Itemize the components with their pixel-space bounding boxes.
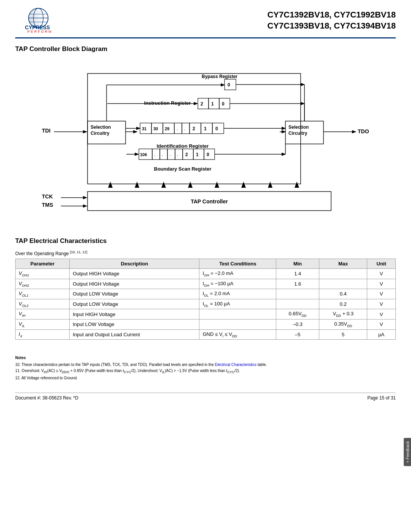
cond-vol2: IOL = 100 μA [199, 299, 276, 309]
svg-rect-47 [201, 123, 212, 134]
cond-vil [199, 319, 276, 329]
desc-vih: Input HIGH Voltage [70, 309, 199, 320]
max-vol1: 0.4 [319, 289, 367, 299]
unit-voh2: V [367, 279, 396, 289]
note-10: 10. These characteristics pertain to the… [15, 362, 396, 368]
diagram-section-title: TAP Controller Block Diagram [15, 45, 396, 53]
elec-char-link[interactable]: Electrical Characteristics [215, 363, 256, 367]
table-section: TAP Electrical Characteristics Over the … [15, 237, 396, 340]
table-subtitle: Over the Operating Range [10, 11, 12] [15, 250, 396, 256]
param-voh2: VOH2 [16, 279, 70, 289]
cond-ix: GND ≤ VI ≤ VDD [199, 329, 276, 340]
svg-text:0: 0 [215, 126, 218, 131]
feedback-button[interactable]: + Feedback [404, 438, 411, 466]
title-line2: CY7C1393BV18, CY7C1394BV18 [267, 21, 396, 30]
svg-text:Boundary Scan Register: Boundary Scan Register [154, 166, 212, 172]
page-info: Page 15 of 31 [367, 395, 396, 401]
min-voh2: 1.6 [276, 279, 319, 289]
tdi-label: TDI [42, 128, 51, 134]
svg-text:106: 106 [140, 152, 147, 157]
notes-title: Notes [15, 355, 396, 361]
cypress-logo-icon: CYPRESS [23, 8, 57, 30]
table-row: VOH1 Output HIGH Voltage IOH = −2.0 mA 1… [16, 269, 396, 279]
max-voh1 [319, 269, 367, 279]
svg-text:1: 1 [211, 101, 214, 107]
svg-rect-28 [209, 98, 219, 109]
table-section-title: TAP Electrical Characteristics [15, 237, 396, 245]
svg-text:Bypass Register: Bypass Register [202, 74, 237, 79]
max-vol2: 0.2 [319, 299, 367, 309]
svg-text:0: 0 [222, 101, 225, 107]
max-vih: VDD + 0.3 [319, 309, 367, 320]
svg-rect-68 [204, 149, 215, 160]
svg-text:1: 1 [196, 152, 199, 157]
svg-rect-45 [190, 123, 201, 134]
note-12: 12. All Voltage referenced to Ground. [15, 375, 396, 381]
svg-text:.: . [154, 152, 155, 157]
desc-ix: Input and Output Load Current [70, 329, 199, 340]
svg-text:.: . [184, 126, 185, 131]
svg-text:Circuitry: Circuitry [91, 131, 110, 136]
svg-text:Instruction Register: Instruction Register [144, 100, 191, 106]
svg-text:Circuitry: Circuitry [288, 131, 307, 136]
min-ix: –5 [276, 329, 319, 340]
logo-area: CYPRESS PERFORM [15, 8, 65, 34]
svg-text:1: 1 [204, 126, 207, 131]
svg-text:TMS: TMS [42, 202, 53, 208]
electrical-characteristics-table: Parameter Description Test Conditions Mi… [15, 259, 396, 340]
table-row: VIL Input LOW Voltage –0.3 0.35VDD V [16, 319, 396, 329]
svg-rect-43 [182, 123, 190, 134]
svg-text:2: 2 [201, 101, 203, 107]
svg-text:Selection: Selection [91, 125, 111, 130]
param-vol2: VOL2 [16, 299, 70, 309]
svg-text:TAP Controller: TAP Controller [191, 198, 228, 204]
title-line1: CY7C1392BV18, CY7C1992BV18 [267, 10, 396, 19]
svg-rect-60 [167, 149, 175, 160]
svg-text:30: 30 [153, 126, 158, 131]
param-voh1: VOH1 [16, 269, 70, 279]
svg-text:Selection: Selection [288, 125, 309, 130]
min-vol1 [276, 289, 319, 299]
desc-vil: Input LOW Voltage [70, 319, 199, 329]
min-voh1: 1.4 [276, 269, 319, 279]
note-11: 11. Overshoot: VIH(AC) ≤ VDDO + 0.85V (P… [15, 368, 396, 375]
desc-vol2: Output LOW Voltage [70, 299, 199, 309]
diagram-container: TDI Selection Circuitry Selection Circui… [15, 58, 396, 226]
svg-rect-64 [183, 149, 193, 160]
cond-voh1: IOH = −2.0 mA [199, 269, 276, 279]
unit-vih: V [367, 309, 396, 320]
col-header-max: Max [319, 259, 367, 269]
doc-number: Document #: 38-05623 Rev. *D [15, 395, 78, 401]
param-vol1: VOL1 [16, 289, 70, 299]
table-row: VOL1 Output LOW Voltage IOL = 2.0 mA 0.4… [16, 289, 396, 299]
min-vil: –0.3 [276, 319, 319, 329]
svg-text:.: . [162, 152, 163, 157]
page-footer: Document #: 38-05623 Rev. *D Page 15 of … [15, 393, 396, 401]
table-row: VOH2 Output HIGH Voltage IOH = −100 μA 1… [16, 279, 396, 289]
unit-vol1: V [367, 289, 396, 299]
svg-text:2: 2 [193, 126, 195, 131]
unit-voh1: V [367, 269, 396, 279]
header-title: CY7C1392BV18, CY7C1992BV18 CY7C1393BV18,… [267, 10, 396, 31]
svg-text:0: 0 [207, 152, 209, 157]
desc-voh2: Output HIGH Voltage [70, 279, 199, 289]
table-row: IX Input and Output Load Current GND ≤ V… [16, 329, 396, 340]
max-ix: 5 [319, 329, 367, 340]
svg-rect-20 [225, 79, 236, 90]
col-header-unit: Unit [367, 259, 396, 269]
header-divider [15, 37, 396, 38]
desc-voh1: Output HIGH Voltage [70, 269, 199, 279]
svg-text:Identification Register: Identification Register [157, 143, 209, 149]
svg-text:.: . [177, 126, 178, 131]
param-vih: VIH [16, 309, 70, 320]
tap-block-diagram: TDI Selection Circuitry Selection Circui… [34, 62, 377, 222]
notes-section: Notes 10. These characteristics pertain … [15, 355, 396, 381]
svg-rect-58 [160, 149, 167, 160]
param-vil: VIL [16, 319, 70, 329]
col-header-description: Description [70, 259, 199, 269]
max-voh2 [319, 279, 367, 289]
page-header: CYPRESS PERFORM CY7C1392BV18, CY7C1992BV… [15, 8, 396, 34]
svg-text:TCK: TCK [42, 193, 53, 200]
cond-vol1: IOL = 2.0 mA [199, 289, 276, 299]
param-ix: IX [16, 329, 70, 340]
